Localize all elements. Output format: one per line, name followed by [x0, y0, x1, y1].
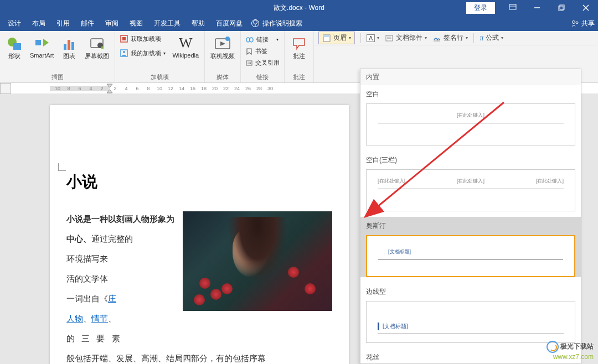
group-label-addins: 加载项	[151, 73, 169, 81]
bookmark-button[interactable]: 书签	[244, 46, 269, 56]
svg-rect-0	[509, 4, 516, 9]
gallery-section-builtin: 内置	[360, 69, 581, 85]
doc-heading[interactable]: 小说	[66, 171, 332, 193]
svg-marker-15	[43, 39, 49, 46]
lightbulb-icon	[251, 19, 259, 27]
svg-point-29	[246, 38, 250, 42]
svg-rect-16	[64, 44, 66, 50]
cross-reference-button[interactable]: 交叉引用	[244, 58, 281, 68]
quick-parts-button[interactable]: 文档部件 ▾	[385, 33, 427, 43]
svg-point-25	[123, 51, 125, 53]
textbox-button[interactable]: A ▾	[367, 34, 379, 42]
title-bar: 散文.docx - Word 登录	[0, 0, 598, 15]
wikipedia-button[interactable]: W Wikipedia	[170, 33, 201, 60]
link-button[interactable]: 链接 ▾	[244, 34, 280, 45]
get-addins-button[interactable]: 获取加载项	[118, 33, 167, 44]
screenshot-icon	[88, 34, 106, 52]
svg-rect-13	[13, 43, 21, 50]
my-addins-button[interactable]: 我的加载项 ▾	[118, 48, 167, 59]
svg-rect-34	[323, 35, 330, 37]
close-button[interactable]	[574, 0, 598, 15]
margin-corner-icon	[58, 163, 66, 171]
group-label-links: 链接	[256, 73, 269, 81]
screenshot-button[interactable]: 屏幕截图	[83, 33, 111, 61]
header-dropdown-button[interactable]: 页眉 ▾	[318, 32, 355, 44]
comment-button[interactable]: 批注	[288, 33, 310, 61]
watermark-logo-icon	[547, 341, 559, 353]
login-button[interactable]: 登录	[466, 2, 495, 14]
svg-rect-17	[68, 40, 70, 50]
svg-point-10	[573, 21, 575, 24]
tab-baidu[interactable]: 百度网盘	[210, 15, 248, 31]
link-zhuang[interactable]: 庄	[108, 294, 116, 303]
shapes-icon	[6, 34, 23, 52]
svg-marker-31	[247, 49, 251, 54]
ribbon-extra-controls: 页眉 ▾ A ▾ 文档部件 ▾ 签名行 ▾ π 公式 ▾	[314, 31, 598, 45]
tab-references[interactable]: 引用	[51, 15, 75, 31]
chart-button[interactable]: 图表	[58, 33, 80, 61]
textbox-icon: A	[367, 34, 375, 42]
chart-icon	[60, 34, 78, 52]
group-label-illustrations: 插图	[51, 73, 64, 81]
link-character[interactable]: 人物	[66, 314, 83, 323]
share-button[interactable]: 共享	[571, 15, 595, 31]
svg-rect-18	[71, 42, 74, 50]
minimize-button[interactable]	[525, 0, 549, 15]
tab-help[interactable]: 帮助	[186, 15, 210, 31]
svg-marker-27	[220, 41, 225, 46]
page[interactable]: 小说 小说是一种以刻画人物形象为中心、通过完整的 环境描写来 活的文学体 一词出…	[50, 105, 349, 364]
link-plot[interactable]: 情节	[91, 314, 108, 323]
doc-body[interactable]: 小说是一种以刻画人物形象为中心、通过完整的 环境描写来 活的文学体 一词出自《庄…	[66, 209, 332, 364]
group-label-media: 媒体	[216, 73, 229, 81]
svg-rect-35	[386, 35, 393, 41]
smartart-icon	[33, 34, 51, 52]
group-label-comments: 批注	[293, 73, 305, 81]
tab-selector[interactable]	[0, 83, 11, 94]
gallery-item-austin[interactable]: 奥斯汀 [文档标题]	[360, 217, 581, 277]
svg-point-30	[250, 38, 253, 42]
svg-point-7	[254, 20, 257, 24]
tab-view[interactable]: 视图	[124, 15, 148, 31]
tab-mailings[interactable]: 邮件	[75, 15, 100, 31]
svg-marker-40	[107, 90, 112, 93]
tab-review[interactable]: 审阅	[100, 15, 124, 31]
ribbon-display-options-button[interactable]	[501, 0, 525, 15]
gallery-item-blank[interactable]: 空白 [在此处键入]	[360, 85, 581, 145]
svg-rect-21	[101, 46, 104, 49]
svg-rect-3	[559, 6, 563, 11]
gallery-list[interactable]: 空白 [在此处键入] 空白(三栏) [在此处键入] [在此处键入] [在此处键入…	[360, 85, 581, 363]
online-video-button[interactable]: 联机视频	[208, 33, 237, 61]
video-icon	[214, 34, 231, 52]
tab-layout[interactable]: 布局	[27, 15, 51, 31]
window-title: 散文.docx - Word	[274, 3, 324, 13]
svg-rect-23	[122, 37, 126, 40]
header-gallery-dropdown: 内置 空白 [在此处键入] 空白(三栏) [在此处键入] [在此处键入] [在此…	[360, 69, 581, 364]
svg-rect-4	[560, 5, 564, 9]
svg-point-28	[225, 37, 230, 41]
equation-button[interactable]: π 公式 ▾	[480, 33, 503, 43]
inline-image[interactable]	[183, 211, 332, 311]
tab-design[interactable]: 设计	[2, 15, 27, 31]
svg-point-11	[576, 22, 578, 24]
indent-marker-icon[interactable]	[106, 84, 113, 93]
comment-icon	[290, 34, 308, 52]
restore-button[interactable]	[549, 0, 574, 15]
shapes-button[interactable]: 形状	[3, 33, 25, 61]
watermark: 极光下载站 www.xz7.com	[547, 341, 594, 361]
tab-developer[interactable]: 开发工具	[148, 15, 186, 31]
tell-me-search[interactable]: 操作说明搜索	[262, 15, 308, 31]
signature-line-button[interactable]: 签名行 ▾	[432, 33, 468, 43]
svg-rect-14	[35, 40, 41, 45]
gallery-item-border[interactable]: 边线型 [文档标题]	[360, 283, 581, 343]
ribbon-tabs: 设计 布局 引用 邮件 审阅 视图 开发工具 帮助 百度网盘 操作说明搜索 共享	[0, 15, 598, 31]
pi-icon: π	[480, 34, 483, 43]
gallery-item-blank-3col[interactable]: 空白(三栏) [在此处键入] [在此处键入] [在此处键入]	[360, 151, 581, 211]
wikipedia-icon: W	[177, 34, 194, 52]
smartart-button[interactable]: SmartArt	[28, 33, 56, 60]
svg-marker-39	[107, 84, 112, 87]
